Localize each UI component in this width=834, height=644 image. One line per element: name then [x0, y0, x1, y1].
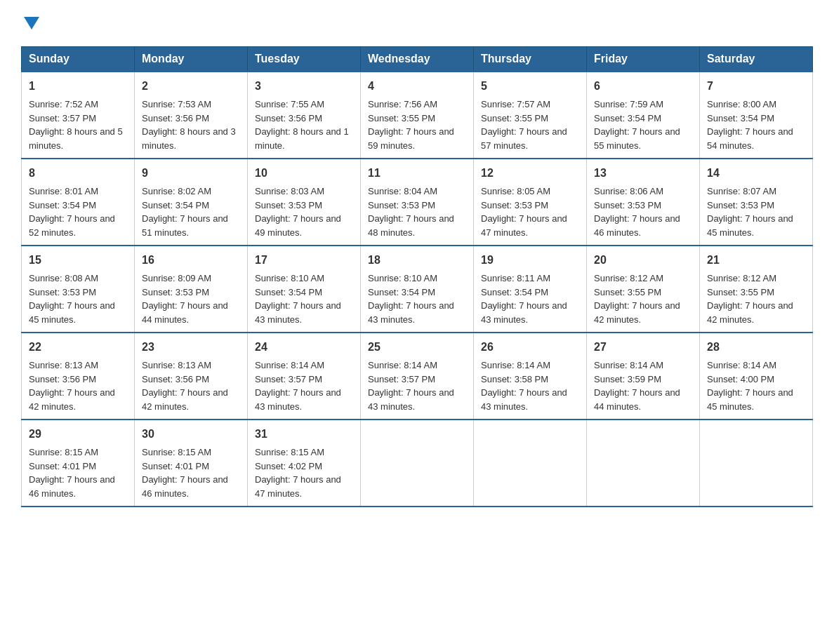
calendar-cell: 11Sunrise: 8:04 AMSunset: 3:53 PMDayligh… — [361, 159, 474, 246]
sunrise-info: Sunrise: 8:02 AMSunset: 3:54 PMDaylight:… — [142, 186, 228, 238]
calendar-cell: 24Sunrise: 8:14 AMSunset: 3:57 PMDayligh… — [248, 333, 361, 420]
sunrise-info: Sunrise: 7:56 AMSunset: 3:55 PMDaylight:… — [368, 99, 454, 151]
day-number: 21 — [707, 252, 805, 269]
sunrise-info: Sunrise: 7:55 AMSunset: 3:56 PMDaylight:… — [255, 99, 349, 151]
sunrise-info: Sunrise: 8:14 AMSunset: 3:59 PMDaylight:… — [594, 360, 680, 412]
calendar-cell — [587, 420, 700, 507]
day-number: 3 — [255, 78, 353, 95]
calendar-cell — [361, 420, 474, 507]
sunrise-info: Sunrise: 8:04 AMSunset: 3:53 PMDaylight:… — [368, 186, 454, 238]
day-number: 4 — [368, 78, 466, 95]
day-number: 11 — [368, 165, 466, 182]
calendar-cell: 6Sunrise: 7:59 AMSunset: 3:54 PMDaylight… — [587, 72, 700, 159]
sunrise-info: Sunrise: 8:12 AMSunset: 3:55 PMDaylight:… — [707, 273, 793, 325]
sunrise-info: Sunrise: 8:10 AMSunset: 3:54 PMDaylight:… — [368, 273, 454, 325]
calendar-week-row: 29Sunrise: 8:15 AMSunset: 4:01 PMDayligh… — [22, 420, 813, 507]
day-number: 29 — [29, 426, 127, 443]
sunrise-info: Sunrise: 8:11 AMSunset: 3:54 PMDaylight:… — [481, 273, 567, 325]
weekday-header-sunday: Sunday — [22, 47, 135, 72]
sunrise-info: Sunrise: 7:53 AMSunset: 3:56 PMDaylight:… — [142, 99, 236, 151]
day-number: 17 — [255, 252, 353, 269]
calendar-table: SundayMondayTuesdayWednesdayThursdayFrid… — [21, 46, 813, 507]
day-number: 13 — [594, 165, 692, 182]
day-number: 20 — [594, 252, 692, 269]
sunrise-info: Sunrise: 8:06 AMSunset: 3:53 PMDaylight:… — [594, 186, 680, 238]
calendar-week-row: 8Sunrise: 8:01 AMSunset: 3:54 PMDaylight… — [22, 159, 813, 246]
sunrise-info: Sunrise: 8:14 AMSunset: 4:00 PMDaylight:… — [707, 360, 793, 412]
sunrise-info: Sunrise: 8:14 AMSunset: 3:57 PMDaylight:… — [255, 360, 341, 412]
calendar-header-row: SundayMondayTuesdayWednesdayThursdayFrid… — [22, 47, 813, 72]
day-number: 1 — [29, 78, 127, 95]
calendar-cell: 18Sunrise: 8:10 AMSunset: 3:54 PMDayligh… — [361, 246, 474, 333]
day-number: 10 — [255, 165, 353, 182]
calendar-week-row: 15Sunrise: 8:08 AMSunset: 3:53 PMDayligh… — [22, 246, 813, 333]
calendar-cell: 4Sunrise: 7:56 AMSunset: 3:55 PMDaylight… — [361, 72, 474, 159]
calendar-cell: 26Sunrise: 8:14 AMSunset: 3:58 PMDayligh… — [474, 333, 587, 420]
day-number: 25 — [368, 339, 466, 356]
sunrise-info: Sunrise: 8:08 AMSunset: 3:53 PMDaylight:… — [29, 273, 115, 325]
day-number: 27 — [594, 339, 692, 356]
day-number: 31 — [255, 426, 353, 443]
calendar-cell: 20Sunrise: 8:12 AMSunset: 3:55 PMDayligh… — [587, 246, 700, 333]
sunrise-info: Sunrise: 8:05 AMSunset: 3:53 PMDaylight:… — [481, 186, 567, 238]
weekday-header-saturday: Saturday — [700, 47, 813, 72]
weekday-header-wednesday: Wednesday — [361, 47, 474, 72]
day-number: 16 — [142, 252, 240, 269]
sunrise-info: Sunrise: 8:01 AMSunset: 3:54 PMDaylight:… — [29, 186, 115, 238]
day-number: 18 — [368, 252, 466, 269]
day-number: 19 — [481, 252, 579, 269]
svg-marker-0 — [24, 17, 39, 29]
day-number: 14 — [707, 165, 805, 182]
calendar-cell: 3Sunrise: 7:55 AMSunset: 3:56 PMDaylight… — [248, 72, 361, 159]
calendar-cell — [474, 420, 587, 507]
sunrise-info: Sunrise: 7:52 AMSunset: 3:57 PMDaylight:… — [29, 99, 123, 151]
day-number: 8 — [29, 165, 127, 182]
day-number: 7 — [707, 78, 805, 95]
calendar-cell — [700, 420, 813, 507]
day-number: 5 — [481, 78, 579, 95]
sunrise-info: Sunrise: 8:03 AMSunset: 3:53 PMDaylight:… — [255, 186, 341, 238]
day-number: 15 — [29, 252, 127, 269]
sunrise-info: Sunrise: 8:12 AMSunset: 3:55 PMDaylight:… — [594, 273, 680, 325]
day-number: 28 — [707, 339, 805, 356]
sunrise-info: Sunrise: 7:57 AMSunset: 3:55 PMDaylight:… — [481, 99, 567, 151]
calendar-cell: 27Sunrise: 8:14 AMSunset: 3:59 PMDayligh… — [587, 333, 700, 420]
calendar-cell: 7Sunrise: 8:00 AMSunset: 3:54 PMDaylight… — [700, 72, 813, 159]
calendar-cell: 29Sunrise: 8:15 AMSunset: 4:01 PMDayligh… — [22, 420, 135, 507]
day-number: 2 — [142, 78, 240, 95]
day-number: 22 — [29, 339, 127, 356]
day-number: 6 — [594, 78, 692, 95]
sunrise-info: Sunrise: 8:15 AMSunset: 4:02 PMDaylight:… — [255, 447, 341, 499]
weekday-header-tuesday: Tuesday — [248, 47, 361, 72]
weekday-header-monday: Monday — [135, 47, 248, 72]
calendar-cell: 5Sunrise: 7:57 AMSunset: 3:55 PMDaylight… — [474, 72, 587, 159]
logo — [21, 14, 39, 32]
day-number: 9 — [142, 165, 240, 182]
calendar-cell: 28Sunrise: 8:14 AMSunset: 4:00 PMDayligh… — [700, 333, 813, 420]
day-number: 23 — [142, 339, 240, 356]
sunrise-info: Sunrise: 8:07 AMSunset: 3:53 PMDaylight:… — [707, 186, 793, 238]
sunrise-info: Sunrise: 8:15 AMSunset: 4:01 PMDaylight:… — [142, 447, 228, 499]
day-number: 26 — [481, 339, 579, 356]
day-number: 24 — [255, 339, 353, 356]
sunrise-info: Sunrise: 8:09 AMSunset: 3:53 PMDaylight:… — [142, 273, 228, 325]
sunrise-info: Sunrise: 8:15 AMSunset: 4:01 PMDaylight:… — [29, 447, 115, 499]
sunrise-info: Sunrise: 8:13 AMSunset: 3:56 PMDaylight:… — [29, 360, 115, 412]
calendar-cell: 2Sunrise: 7:53 AMSunset: 3:56 PMDaylight… — [135, 72, 248, 159]
sunrise-info: Sunrise: 8:00 AMSunset: 3:54 PMDaylight:… — [707, 99, 793, 151]
sunrise-info: Sunrise: 8:13 AMSunset: 3:56 PMDaylight:… — [142, 360, 228, 412]
calendar-cell: 12Sunrise: 8:05 AMSunset: 3:53 PMDayligh… — [474, 159, 587, 246]
calendar-cell: 30Sunrise: 8:15 AMSunset: 4:01 PMDayligh… — [135, 420, 248, 507]
calendar-week-row: 1Sunrise: 7:52 AMSunset: 3:57 PMDaylight… — [22, 72, 813, 159]
sunrise-info: Sunrise: 8:14 AMSunset: 3:57 PMDaylight:… — [368, 360, 454, 412]
weekday-header-thursday: Thursday — [474, 47, 587, 72]
weekday-header-friday: Friday — [587, 47, 700, 72]
calendar-cell: 15Sunrise: 8:08 AMSunset: 3:53 PMDayligh… — [22, 246, 135, 333]
sunrise-info: Sunrise: 8:10 AMSunset: 3:54 PMDaylight:… — [255, 273, 341, 325]
calendar-cell: 22Sunrise: 8:13 AMSunset: 3:56 PMDayligh… — [22, 333, 135, 420]
calendar-cell: 9Sunrise: 8:02 AMSunset: 3:54 PMDaylight… — [135, 159, 248, 246]
page-header — [21, 14, 813, 32]
calendar-cell: 1Sunrise: 7:52 AMSunset: 3:57 PMDaylight… — [22, 72, 135, 159]
calendar-cell: 17Sunrise: 8:10 AMSunset: 3:54 PMDayligh… — [248, 246, 361, 333]
calendar-cell: 8Sunrise: 8:01 AMSunset: 3:54 PMDaylight… — [22, 159, 135, 246]
